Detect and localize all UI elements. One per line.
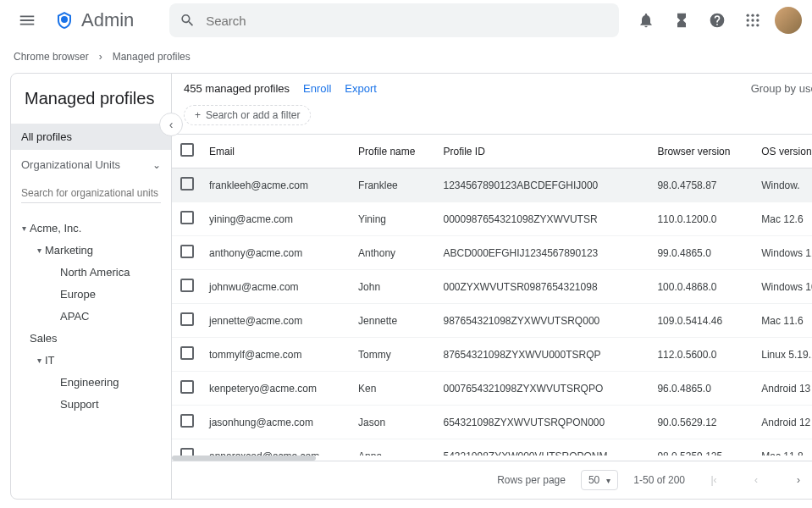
cell-browser: 98.0.5359.125	[650, 439, 754, 456]
table-row[interactable]: frankleeh@acme.comFranklee1234567890123A…	[172, 168, 812, 202]
horizontal-scrollbar[interactable]	[172, 456, 812, 461]
row-checkbox[interactable]	[180, 414, 194, 428]
profiles-table: EmailProfile nameProfile IDBrowser versi…	[172, 135, 812, 456]
rows-per-page-select[interactable]: 50 ▾	[581, 470, 618, 490]
column-header[interactable]: OS version	[754, 135, 812, 168]
rows-per-page-label: Rows per page	[497, 474, 566, 486]
hourglass-icon	[673, 12, 690, 29]
main-content: Chrome browser › Managed profiles ‹ Mana…	[0, 41, 812, 508]
collapse-panel-button[interactable]: ‹	[159, 113, 183, 136]
row-checkbox[interactable]	[180, 346, 194, 360]
chevron-down-icon: ▾	[33, 356, 45, 365]
apps-grid-icon	[744, 12, 761, 29]
enroll-link[interactable]: Enroll	[303, 82, 331, 95]
select-all-checkbox[interactable]	[180, 143, 194, 157]
row-checkbox[interactable]	[180, 279, 194, 292]
row-checkbox[interactable]	[180, 177, 194, 190]
svg-point-0	[61, 16, 68, 23]
help-button[interactable]	[700, 3, 734, 37]
ou-label: Sales	[30, 332, 58, 345]
row-checkbox[interactable]	[180, 245, 194, 258]
cell-browser: 96.0.4865.0	[650, 372, 754, 406]
table-footer: Rows per page 50 ▾ 1-50 of 200 |‹ ‹ › ›|	[172, 461, 812, 499]
group-by-user: Group by user	[751, 82, 812, 95]
table-row[interactable]: yining@acme.comYining0000987654321098ZYX…	[172, 202, 812, 236]
table-row[interactable]: anthony@acme.comAnthonyABCD000EFGHIJ1234…	[172, 236, 812, 270]
help-icon	[709, 12, 726, 29]
menu-button[interactable]	[10, 3, 44, 37]
all-profiles-button[interactable]: All profiles	[11, 124, 171, 150]
ou-tree-item[interactable]: North America	[18, 261, 164, 283]
cell-name: Anthony	[351, 236, 436, 270]
ou-label: Europe	[60, 288, 96, 301]
cell-name: John	[351, 270, 436, 304]
cell-browser: 99.0.4865.0	[650, 236, 754, 270]
svg-point-8	[751, 24, 754, 26]
ou-label: Support	[60, 398, 99, 411]
ou-tree-item[interactable]: Support	[18, 393, 164, 415]
row-checkbox[interactable]	[180, 448, 194, 456]
notifications-button[interactable]	[629, 3, 663, 37]
apps-launcher-button[interactable]	[736, 3, 770, 37]
column-header[interactable]: Profile ID	[436, 135, 650, 168]
cell-name: Franklee	[351, 168, 436, 202]
breadcrumb-item[interactable]: Chrome browser	[14, 51, 89, 63]
cell-email: annarexcod@acme.com	[202, 439, 351, 456]
column-header[interactable]: Email	[202, 135, 351, 168]
table-row[interactable]: annarexcod@acme.comAnna54321098ZYXW000VU…	[172, 439, 812, 456]
ou-tree-item[interactable]: ▾Acme, Inc.	[18, 217, 164, 239]
cell-os: Windows 11	[754, 236, 812, 270]
table-row[interactable]: kenpeteryo@acme.comKen0007654321098ZYXWV…	[172, 372, 812, 406]
global-search[interactable]	[169, 3, 619, 37]
menu-icon	[18, 11, 36, 30]
table-row[interactable]: johnwu@acme.comJohn000ZYXWVUTSR098765432…	[172, 270, 812, 304]
cell-email: jasonhung@acme.com	[202, 406, 351, 439]
column-header[interactable]: Profile name	[351, 135, 436, 168]
ou-section-header[interactable]: Organizational Units ⌄	[11, 150, 171, 179]
cell-os: Mac 11.6	[754, 304, 812, 338]
user-avatar[interactable]	[775, 7, 802, 34]
table-scroll[interactable]: EmailProfile nameProfile IDBrowser versi…	[172, 134, 812, 456]
row-checkbox[interactable]	[180, 380, 194, 394]
next-page-button[interactable]: ›	[785, 467, 812, 494]
ou-tree-item[interactable]: ▾Marketing	[18, 239, 164, 261]
row-checkbox[interactable]	[180, 211, 194, 224]
cell-browser: 100.0.4868.0	[650, 270, 754, 304]
cell-name: Yining	[351, 202, 436, 236]
cell-email: johnwu@acme.com	[202, 270, 351, 304]
search-input[interactable]	[206, 14, 609, 28]
ou-search-input[interactable]	[21, 187, 161, 203]
cell-name: Anna	[351, 439, 436, 456]
cell-id: 654321098ZYXWVUTSRQPON000	[436, 406, 650, 439]
main-card: ‹ Managed profiles All profiles Organiza…	[10, 73, 812, 500]
table-row[interactable]: tommylf@acme.comTommy87654321098ZYXWVU00…	[172, 338, 812, 372]
column-header[interactable]: Browser version	[650, 135, 754, 168]
plus-icon: +	[195, 109, 201, 121]
table-row[interactable]: jennette@acme.comJennette987654321098ZYX…	[172, 304, 812, 338]
prev-page-button[interactable]: ‹	[743, 467, 770, 494]
rows-per-page-value: 50	[588, 474, 599, 486]
export-link[interactable]: Export	[345, 82, 377, 95]
ou-label: Engineering	[60, 376, 119, 389]
ou-label: APAC	[60, 310, 89, 323]
filter-panel: ‹ Managed profiles All profiles Organiza…	[11, 74, 172, 499]
ou-tree-item[interactable]: Sales	[18, 327, 164, 349]
cell-email: anthony@acme.com	[202, 236, 351, 270]
cell-id: 000ZYXWVUTSR0987654321098	[436, 270, 650, 304]
breadcrumb-item[interactable]: Managed profiles	[113, 51, 191, 63]
first-page-button[interactable]: |‹	[700, 467, 727, 494]
top-bar: Admin	[0, 0, 812, 41]
ou-tree-item[interactable]: Engineering	[18, 371, 164, 393]
row-checkbox[interactable]	[180, 312, 194, 326]
cell-email: kenpeteryo@acme.com	[202, 372, 351, 406]
hourglass-button[interactable]	[665, 3, 699, 37]
ou-tree-item[interactable]: Europe	[18, 283, 164, 305]
ou-label: IT	[45, 354, 55, 367]
add-filter-button[interactable]: + Search or add a filter	[184, 105, 311, 125]
table-row[interactable]: jasonhung@acme.comJason654321098ZYXWVUTS…	[172, 406, 812, 439]
ou-label: Marketing	[45, 244, 93, 257]
cell-os: Mac 12.6	[754, 202, 812, 236]
ou-tree-item[interactable]: ▾IT	[18, 349, 164, 371]
chevron-down-icon: ▾	[606, 476, 610, 485]
ou-tree-item[interactable]: APAC	[18, 305, 164, 327]
